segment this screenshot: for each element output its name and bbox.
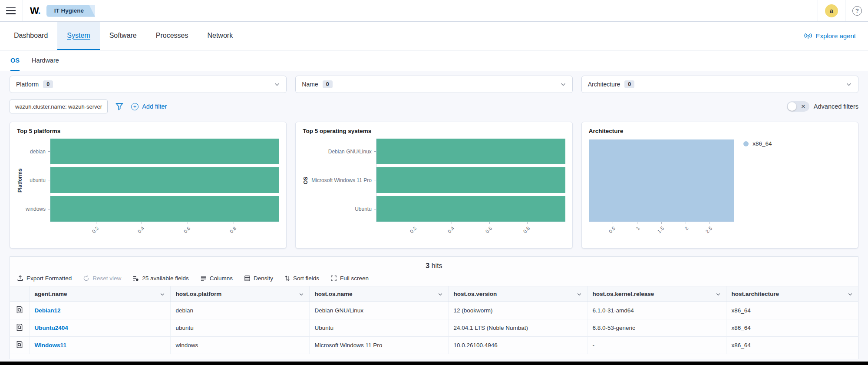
architecture-panel: Architecture 0.5 1 1.5 2 2.5 <box>581 122 858 249</box>
avatar[interactable]: a <box>825 4 838 17</box>
column-header-host-os-version[interactable]: host.os.version <box>448 286 587 302</box>
bar-ubuntu[interactable] <box>50 167 279 193</box>
advanced-filters-label: Advanced filters <box>814 103 858 110</box>
add-filter-button[interactable]: + Add filter <box>131 103 167 110</box>
chart-legend[interactable]: x86_64 <box>734 139 851 242</box>
cell-os-name: Microsoft Windows 11 Pro <box>309 337 448 354</box>
y-axis-label: Platforms <box>17 139 23 222</box>
field-filters-row: Platform 0 Name 0 Architecture 0 <box>10 76 858 93</box>
cell-os-version: 10.0.26100.4946 <box>448 337 587 354</box>
top5-os-title: Top 5 operating systems <box>303 128 565 134</box>
wazuh-logo[interactable]: W. <box>30 5 40 17</box>
help-icon[interactable]: ? <box>852 6 862 16</box>
available-fields-button[interactable]: 25 available fields <box>132 275 188 282</box>
agent-link[interactable]: Windows11 <box>35 342 66 348</box>
datagrid-toolbar: Export Formatted Reset view 25 available… <box>10 270 858 286</box>
tab-network[interactable]: Network <box>198 22 242 50</box>
export-formatted-button[interactable]: Export Formatted <box>17 275 72 282</box>
x-axis: 0.2 0.4 0.6 0.8 <box>376 222 565 242</box>
column-header-host-os-name[interactable]: host.os.name <box>309 286 448 302</box>
column-header-host-architecture[interactable]: host.architecture <box>726 286 858 302</box>
agent-link[interactable]: Ubuntu2404 <box>35 325 68 331</box>
agent-link[interactable]: Debian12 <box>35 307 61 314</box>
bar-windows-11-pro[interactable] <box>376 167 565 193</box>
x-tick: 0.8 <box>522 226 531 234</box>
top5-os-chart[interactable]: OS Debian GNU/Linux Microsoft Windows 11… <box>303 134 565 242</box>
inspect-document-icon <box>16 341 23 348</box>
name-filter-label: Name <box>302 81 318 88</box>
x-tick: 1 <box>635 226 641 231</box>
name-filter-count: 0 <box>323 80 333 88</box>
cell-platform: ubuntu <box>170 319 309 337</box>
architecture-chart[interactable]: 0.5 1 1.5 2 2.5 x86_64 <box>589 134 851 242</box>
top5-platforms-chart[interactable]: Platforms debian ubuntu windows <box>17 134 279 242</box>
breadcrumb-label: IT Hygiene <box>54 7 84 14</box>
advanced-filters-control: ✕ Advanced filters <box>787 101 858 112</box>
bar-debian[interactable] <box>50 139 279 164</box>
y-axis-label: OS <box>303 139 309 222</box>
architecture-filter-select[interactable]: Architecture 0 <box>581 76 858 93</box>
antenna-icon <box>804 33 812 40</box>
sub-tab-bar: OS Hardware <box>0 50 868 71</box>
breadcrumb[interactable]: IT Hygiene <box>46 5 95 17</box>
platform-filter-select[interactable]: Platform 0 <box>10 76 287 93</box>
subtab-os[interactable]: OS <box>10 50 20 71</box>
it-hygiene-page: W. IT Hygiene a ? Dashboard System Softw… <box>0 0 868 365</box>
sort-icon <box>284 275 290 282</box>
category-label: Debian GNU/Linux <box>311 139 376 164</box>
cell-os-name: Ubuntu <box>309 319 448 337</box>
inspect-document-button[interactable] <box>10 319 29 337</box>
subtab-hardware[interactable]: Hardware <box>32 50 59 71</box>
cell-platform: windows <box>170 337 309 354</box>
column-header-agent-name[interactable]: agent.name <box>29 286 170 302</box>
refresh-icon <box>83 275 89 282</box>
divider <box>845 0 845 21</box>
table-row: Windows11 windows Microsoft Windows 11 P… <box>10 337 858 354</box>
column-header-host-os-kernel-release[interactable]: host.os.kernel.release <box>587 286 726 302</box>
tab-processes[interactable]: Processes <box>146 22 198 50</box>
column-header-host-os-platform[interactable]: host.os.platform <box>170 286 309 302</box>
toggle-off-x-icon: ✕ <box>801 101 806 112</box>
cell-kernel-release: 6.1.0-31-amd64 <box>587 302 726 319</box>
category-label: Ubuntu <box>311 196 376 222</box>
category-label: debian <box>26 139 50 164</box>
x-tick: 2.5 <box>705 226 713 234</box>
top-bar: W. IT Hygiene a ? <box>0 0 868 22</box>
x-axis: 0.5 1 1.5 2 2.5 <box>589 222 734 242</box>
module-tab-bar: Dashboard System Software Processes Netw… <box>0 22 868 50</box>
advanced-filters-toggle[interactable]: ✕ <box>787 101 809 112</box>
sort-fields-button[interactable]: Sort fields <box>284 275 319 282</box>
bar-debian-gnu-linux[interactable] <box>376 139 565 164</box>
logo-letter: W <box>30 5 38 16</box>
menu-icon[interactable] <box>6 7 16 14</box>
density-button[interactable]: Density <box>244 275 273 282</box>
tab-system[interactable]: System <box>57 22 99 50</box>
columns-button[interactable]: Columns <box>200 275 233 282</box>
bar-windows[interactable] <box>50 196 279 222</box>
explore-agent-button[interactable]: Explore agent <box>796 22 864 50</box>
category-label: windows <box>26 196 50 222</box>
bar-ubuntu[interactable] <box>376 196 565 222</box>
x-tick: 0.5 <box>608 226 617 234</box>
inspect-document-button[interactable] <box>10 337 29 354</box>
reset-view-button[interactable]: Reset view <box>83 275 121 282</box>
filter-funnel-icon[interactable] <box>116 103 123 110</box>
full-screen-button[interactable]: Full screen <box>330 275 369 282</box>
inspect-document-icon <box>16 306 23 314</box>
area-x86-64[interactable] <box>589 139 734 222</box>
charts-row: Top 5 platforms Platforms debian ubuntu … <box>10 122 858 249</box>
cluster-filter-pill[interactable]: wazuh.cluster.name: wazuh-server <box>10 100 108 113</box>
chevron-down-icon <box>848 292 853 297</box>
top5-platforms-panel: Top 5 platforms Platforms debian ubuntu … <box>10 122 287 249</box>
legend-label: x86_64 <box>752 140 772 147</box>
name-filter-select[interactable]: Name 0 <box>295 76 572 93</box>
inspect-document-button[interactable] <box>10 302 29 319</box>
tab-dashboard[interactable]: Dashboard <box>4 22 57 50</box>
tab-software[interactable]: Software <box>100 22 146 50</box>
area-track <box>589 139 734 222</box>
architecture-title: Architecture <box>589 128 851 134</box>
table-row: Ubuntu2404 ubuntu Ubuntu 24.04.1 LTS (No… <box>10 319 858 337</box>
fields-icon <box>132 275 139 282</box>
cell-os-version: 24.04.1 LTS (Noble Numbat) <box>448 319 587 337</box>
divider <box>818 0 818 21</box>
